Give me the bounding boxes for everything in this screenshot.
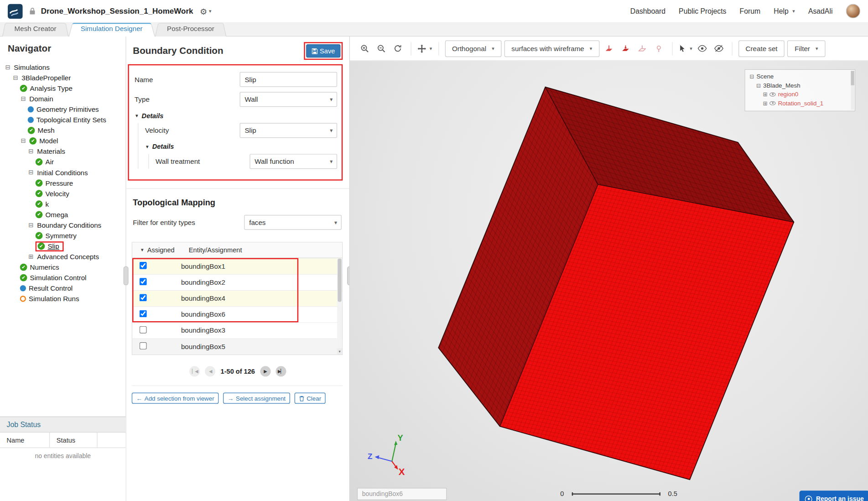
render-mode-button[interactable]: surfaces with wireframe ▾ bbox=[504, 40, 600, 57]
tree-item-simulations[interactable]: ⊟Simulations bbox=[0, 62, 126, 73]
mesh-cube[interactable] bbox=[350, 61, 868, 501]
row-checkbox[interactable] bbox=[140, 278, 147, 285]
sort-triangle-icon[interactable]: ▼ bbox=[140, 248, 145, 253]
select-tool-button[interactable]: ▾ bbox=[679, 41, 692, 56]
tree-item-3bladepropeller[interactable]: ⊟3BladePropeller bbox=[0, 73, 126, 83]
zoom-in-button[interactable] bbox=[358, 41, 371, 56]
save-button[interactable]: Save bbox=[306, 44, 341, 57]
row-checkbox[interactable] bbox=[140, 326, 147, 334]
nav-username[interactable]: AsadAli bbox=[808, 7, 832, 15]
user-avatar[interactable] bbox=[846, 4, 861, 18]
tree-item-pressure[interactable]: ✔Pressure bbox=[0, 178, 126, 188]
tree-item-simulation-runs[interactable]: Simulation Runs bbox=[0, 293, 126, 304]
projection-mode-button[interactable]: Orthogonal ▾ bbox=[445, 40, 501, 57]
panel-resize-handle[interactable] bbox=[124, 266, 129, 285]
collapse-icon[interactable]: ⊟ bbox=[20, 95, 27, 103]
next-page-button[interactable]: ▶ bbox=[260, 366, 270, 376]
details2-toggle[interactable]: ▼ Details bbox=[145, 143, 337, 151]
viewer-pink-tool-2-button[interactable] bbox=[652, 41, 665, 56]
table-row[interactable]: boundingBox6 bbox=[132, 306, 342, 322]
3d-viewport[interactable]: ⊟ Scene ⊟ 3Blade_Mesh ⊞ region0 ⊞ bbox=[350, 61, 868, 501]
scene-tree-scrollbar[interactable] bbox=[851, 71, 854, 110]
table-row[interactable]: boundingBox2 bbox=[132, 274, 342, 290]
clear-button[interactable]: Clear bbox=[294, 393, 325, 404]
table-row[interactable]: boundingBox4 bbox=[132, 290, 342, 306]
last-page-button[interactable]: ▶▏ bbox=[275, 366, 286, 376]
row-checkbox[interactable] bbox=[140, 262, 147, 269]
tree-item-materials[interactable]: ⊟Materials bbox=[0, 146, 126, 157]
details-toggle[interactable]: ▼ Details bbox=[135, 112, 337, 120]
tree-item-slip[interactable]: ✔Slip bbox=[0, 241, 126, 251]
tree-item-geometry-primitives[interactable]: Geometry Primitives bbox=[0, 104, 126, 115]
tree-item-air[interactable]: ✔Air bbox=[0, 157, 126, 167]
pan-tool-button[interactable]: ▾ bbox=[417, 41, 432, 56]
tree-item-analysis-type[interactable]: ✔Analysis Type bbox=[0, 83, 126, 94]
collapse-icon[interactable]: ⊟ bbox=[756, 82, 761, 88]
nav-forum[interactable]: Forum bbox=[740, 7, 761, 15]
prev-page-button[interactable]: ◀ bbox=[205, 366, 216, 376]
entity-filter-select[interactable]: faces ▾ bbox=[244, 215, 342, 230]
collapse-icon[interactable]: ⊟ bbox=[28, 221, 35, 229]
add-selection-button[interactable]: ← Add selection from viewer bbox=[132, 393, 218, 404]
tab-simulation-designer[interactable]: Simulation Designer bbox=[68, 21, 155, 36]
collapse-icon[interactable]: ⊟ bbox=[749, 73, 754, 79]
create-set-button[interactable]: Create set bbox=[738, 40, 785, 57]
collapse-icon[interactable]: ⊟ bbox=[5, 64, 11, 71]
select-assignment-button[interactable]: → Select assignment bbox=[223, 393, 290, 404]
expand-icon[interactable]: ⊞ bbox=[763, 100, 767, 106]
tree-item-velocity[interactable]: ✔Velocity bbox=[0, 188, 126, 199]
filter-button[interactable]: Filter ▾ bbox=[787, 40, 825, 57]
project-settings-gear-icon[interactable]: ⚙ bbox=[200, 7, 207, 15]
report-issue-button[interactable]: Report an issue bbox=[800, 491, 868, 501]
scene-tree-item-mesh[interactable]: ⊟ 3Blade_Mesh bbox=[749, 81, 850, 89]
row-checkbox[interactable] bbox=[140, 310, 147, 318]
scene-tree-item-region0[interactable]: ⊞ region0 bbox=[749, 90, 850, 99]
show-hidden-button[interactable] bbox=[695, 41, 709, 56]
collapse-icon[interactable]: ⊟ bbox=[28, 169, 35, 176]
nav-public-projects[interactable]: Public Projects bbox=[679, 7, 726, 15]
app-logo-icon[interactable] bbox=[8, 4, 23, 19]
row-checkbox[interactable] bbox=[140, 342, 147, 350]
scrollbar-thumb[interactable] bbox=[851, 71, 854, 85]
table-row[interactable]: boundingBox3 bbox=[132, 322, 342, 338]
reset-view-button[interactable] bbox=[391, 41, 405, 56]
hide-selection-button[interactable] bbox=[712, 41, 726, 56]
zoom-out-button[interactable] bbox=[374, 41, 388, 56]
tree-item-numerics[interactable]: ✔Numerics bbox=[0, 262, 126, 272]
scrollbar-thumb[interactable] bbox=[338, 259, 341, 302]
table-scrollbar[interactable] bbox=[337, 259, 342, 349]
tree-item-domain[interactable]: ⊟Domain bbox=[0, 94, 126, 104]
project-settings-caret-icon[interactable]: ▾ bbox=[209, 8, 211, 14]
tree-item-result-control[interactable]: Result Control bbox=[0, 283, 126, 293]
tab-mesh-creator[interactable]: Mesh Creator bbox=[2, 21, 68, 36]
scrollbar-down-arrow[interactable]: ▾ bbox=[337, 348, 342, 354]
collapse-icon[interactable]: ⊟ bbox=[28, 148, 35, 155]
tree-item-k[interactable]: ✔k bbox=[0, 199, 126, 209]
viewer-red-tool-2-button[interactable] bbox=[619, 41, 633, 56]
first-page-button[interactable]: ▏◀ bbox=[190, 366, 200, 376]
tree-item-initial-conditions[interactable]: ⊟Initial Conditions bbox=[0, 167, 126, 178]
scene-tree-item-rotation-solid[interactable]: ⊞ Rotation_solid_1 bbox=[749, 99, 850, 107]
nav-help[interactable]: Help ▾ bbox=[774, 7, 795, 15]
nav-dashboard[interactable]: Dashboard bbox=[630, 7, 665, 15]
tree-item-symmetry[interactable]: ✔Symmetry bbox=[0, 230, 126, 241]
name-input[interactable] bbox=[240, 72, 338, 87]
tree-item-topological-entity-sets[interactable]: Topological Entity Sets bbox=[0, 115, 126, 125]
wall-treatment-select[interactable]: Wall function ▾ bbox=[249, 154, 337, 169]
row-checkbox[interactable] bbox=[140, 294, 147, 301]
table-row[interactable]: boundingBox1 bbox=[132, 258, 342, 274]
collapse-icon[interactable]: ⊟ bbox=[20, 137, 27, 145]
tree-item-model[interactable]: ⊟✔Model bbox=[0, 136, 126, 146]
viewer-pink-tool-1-button[interactable] bbox=[635, 41, 649, 56]
type-select[interactable]: Wall ▾ bbox=[240, 92, 338, 107]
expand-icon[interactable]: ⊞ bbox=[763, 91, 767, 97]
tree-item-simulation-control[interactable]: ✔Simulation Control bbox=[0, 272, 126, 283]
viewer-red-tool-1-button[interactable] bbox=[602, 41, 616, 56]
expand-icon[interactable]: ⊞ bbox=[28, 253, 35, 261]
scene-tree-item-scene[interactable]: ⊟ Scene bbox=[749, 72, 850, 81]
tree-item-mesh[interactable]: ✔Mesh bbox=[0, 125, 126, 136]
visibility-eye-icon[interactable] bbox=[770, 101, 776, 105]
velocity-select[interactable]: Slip ▾ bbox=[240, 123, 338, 138]
table-row[interactable]: boundingBox5 bbox=[132, 339, 342, 355]
tree-item-boundary-conditions[interactable]: ⊟Boundary Conditions bbox=[0, 220, 126, 230]
